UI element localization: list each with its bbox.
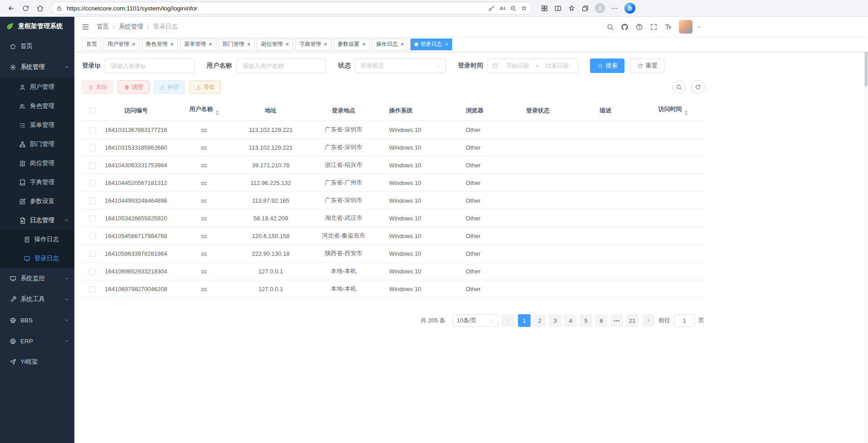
tab-menu-management[interactable]: 菜单管理× xyxy=(180,39,216,50)
sidebar-item-system-monitor[interactable]: 系统监控 xyxy=(0,268,74,289)
sidebar-toggle-icon[interactable] xyxy=(81,23,90,31)
row-checkbox[interactable] xyxy=(89,162,96,169)
page-size-select[interactable]: 10条/页 xyxy=(453,314,498,327)
tab-home[interactable]: 首页 xyxy=(82,39,101,50)
goto-page-input[interactable] xyxy=(674,314,695,327)
page-button-1[interactable]: 1 xyxy=(518,314,531,327)
page-button-3[interactable]: 3 xyxy=(549,314,561,327)
sidebar-item-dept-management[interactable]: 部门管理 xyxy=(0,135,74,154)
tab-post-management[interactable]: 岗位管理× xyxy=(257,39,293,50)
column-header[interactable]: 访问时间 xyxy=(642,100,704,121)
row-checkbox[interactable] xyxy=(89,127,96,133)
sort-caret-icon[interactable] xyxy=(215,110,219,116)
login-time-range-picker[interactable]: 开始日期 - 结束日期 xyxy=(488,58,578,73)
row-checkbox[interactable] xyxy=(89,215,96,222)
sidebar-item-user-management[interactable]: 用户管理 xyxy=(0,78,74,97)
tab-close-icon[interactable]: × xyxy=(285,41,289,47)
sidebar-item-system-tools[interactable]: 系统工具 xyxy=(0,289,74,310)
tab-close-icon[interactable]: × xyxy=(445,41,449,47)
row-checkbox[interactable] xyxy=(89,198,96,204)
sidebar-item-system-management[interactable]: 系统管理 xyxy=(0,57,74,78)
tab-operation-log[interactable]: 操作日志× xyxy=(372,39,408,50)
font-size-icon[interactable] xyxy=(664,23,672,31)
copilot-icon[interactable]: b xyxy=(624,3,635,14)
column-header[interactable]: 用户名称 xyxy=(169,100,239,121)
sidebar-item-login-log[interactable]: 登录日志 xyxy=(0,249,74,268)
export-button[interactable]: 导出 xyxy=(190,80,221,94)
avatar-dropdown-icon[interactable] xyxy=(697,24,702,29)
tab-close-icon[interactable]: × xyxy=(171,41,174,47)
browser-back-icon[interactable] xyxy=(5,2,17,15)
favorites-icon[interactable] xyxy=(568,5,575,12)
refresh-table-button[interactable] xyxy=(691,80,705,94)
page-button-6[interactable]: 6 xyxy=(595,314,608,327)
user-name-input[interactable] xyxy=(236,58,326,73)
row-checkbox[interactable] xyxy=(89,268,96,275)
tab-user-management[interactable]: 用户管理× xyxy=(103,39,140,50)
sidebar-item-menu-management[interactable]: 菜单管理 xyxy=(0,116,74,135)
favorites-add-icon[interactable] xyxy=(521,5,527,12)
page-button-5[interactable]: 5 xyxy=(580,314,592,327)
tab-close-icon[interactable]: × xyxy=(324,41,327,47)
browser-menu-icon[interactable] xyxy=(611,5,619,12)
docs-icon[interactable] xyxy=(635,23,643,31)
toggle-search-button[interactable] xyxy=(672,80,686,94)
login-ip-input[interactable] xyxy=(105,58,195,73)
site-info-icon[interactable] xyxy=(56,5,63,12)
page-button-4[interactable]: 4 xyxy=(564,314,577,327)
sidebar-item-post-management[interactable]: 岗位管理 xyxy=(0,154,74,173)
tab-close-icon[interactable]: × xyxy=(247,41,251,47)
unlock-button[interactable]: 解锁 xyxy=(154,80,185,94)
tab-close-icon[interactable]: × xyxy=(209,41,212,47)
page-button-21[interactable]: 21 xyxy=(626,314,639,327)
breadcrumb-item[interactable]: 首页 xyxy=(97,23,109,31)
sidebar-item-param-settings[interactable]: 参数设置 xyxy=(0,192,74,211)
tab-close-icon[interactable]: × xyxy=(400,41,404,47)
tab-role-management[interactable]: 角色管理× xyxy=(142,39,178,50)
page-scrollbar[interactable] xyxy=(864,17,868,443)
sidebar-item-home[interactable]: 首页 xyxy=(0,36,74,57)
breadcrumb-item[interactable]: 系统管理 xyxy=(119,23,143,31)
password-manager-icon[interactable] xyxy=(488,5,495,12)
extensions-icon[interactable] xyxy=(541,5,548,12)
address-bar[interactable]: https://ccnetcore.com:1101/system/log/lo… xyxy=(51,2,532,15)
header-search-icon[interactable] xyxy=(606,23,614,31)
browser-profile-icon[interactable] xyxy=(595,3,605,13)
tab-login-log[interactable]: 登录日志× xyxy=(410,39,453,50)
tab-param-settings[interactable]: 参数设置× xyxy=(334,39,370,50)
browser-refresh-icon[interactable] xyxy=(19,2,32,15)
sidebar-item-bbs[interactable]: BBS xyxy=(0,310,74,331)
row-checkbox[interactable] xyxy=(89,145,96,151)
tab-dept-management[interactable]: 部门管理× xyxy=(219,39,255,50)
github-icon[interactable] xyxy=(621,23,629,31)
fullscreen-icon[interactable] xyxy=(650,23,658,31)
page-button-2[interactable]: 2 xyxy=(533,314,546,327)
split-screen-icon[interactable] xyxy=(554,5,562,12)
browser-home-icon[interactable] xyxy=(34,2,46,15)
status-select[interactable]: 登录状态 xyxy=(355,58,446,73)
tab-dict-management[interactable]: 字典管理× xyxy=(295,39,332,50)
reset-button[interactable]: 重置 xyxy=(630,58,664,73)
prev-page-button[interactable] xyxy=(502,314,514,327)
sidebar-item-role-management[interactable]: 角色管理 xyxy=(0,97,74,116)
search-button[interactable]: 搜索 xyxy=(590,58,624,73)
next-page-button[interactable] xyxy=(642,314,655,327)
user-avatar[interactable] xyxy=(679,20,692,34)
row-checkbox[interactable] xyxy=(89,286,96,292)
delete-button[interactable]: 删除 xyxy=(82,80,113,94)
row-checkbox[interactable] xyxy=(89,251,96,257)
sidebar-item-operation-log[interactable]: 操作日志 xyxy=(0,230,74,249)
tab-close-icon[interactable]: × xyxy=(362,41,366,47)
sidebar-item-log-management[interactable]: 日志管理 xyxy=(0,211,74,230)
sort-caret-icon[interactable] xyxy=(684,110,688,116)
sidebar-item-erp[interactable]: ERP xyxy=(0,331,74,351)
clear-button[interactable]: 清空 xyxy=(118,80,149,94)
more-pages-button[interactable]: ••• xyxy=(610,314,623,327)
read-aloud-icon[interactable] xyxy=(499,5,506,12)
sidebar-item-dict-management[interactable]: 字典管理 xyxy=(0,173,74,192)
collections-icon[interactable] xyxy=(581,5,589,12)
select-all-checkbox[interactable] xyxy=(89,107,96,114)
sidebar-item-yi-framework[interactable]: Yi框架 xyxy=(0,351,74,372)
row-checkbox[interactable] xyxy=(89,180,96,186)
tab-close-icon[interactable]: × xyxy=(132,41,136,47)
